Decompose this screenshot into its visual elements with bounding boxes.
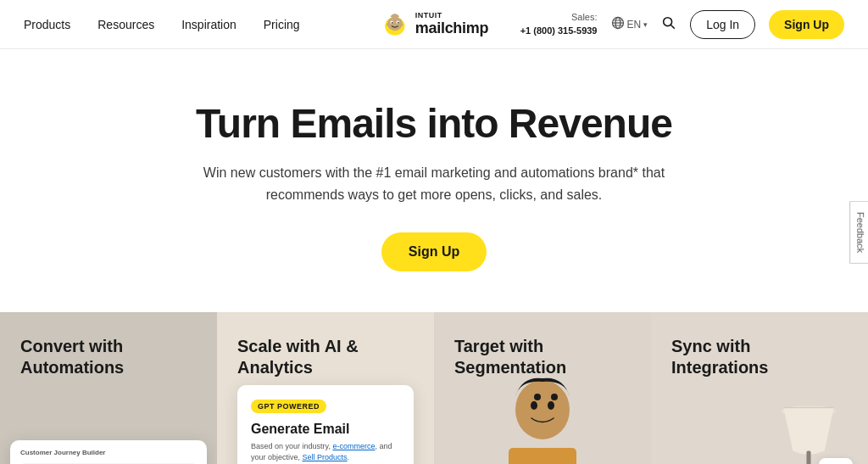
segmentation-dots [520, 380, 588, 448]
svg-point-6 [387, 23, 391, 26]
sales-number: +1 (800) 315-5939 [520, 25, 598, 36]
svg-point-5 [398, 21, 399, 23]
language-selector[interactable]: EN ▾ [611, 16, 648, 32]
lamp-shape [775, 397, 843, 464]
navbar: Products Resources Inspiration Pricing I… [0, 0, 868, 49]
hero-headline: Turn Emails into Revenue [17, 100, 851, 147]
sales-info: Sales: +1 (800) 315-5939 [520, 11, 598, 37]
nav-right: Sales: +1 (800) 315-5939 EN ▾ Log [520, 10, 844, 39]
logo-mailchimp: mailchimp [415, 20, 488, 37]
chevron-down-icon: ▾ [643, 20, 648, 29]
svg-rect-23 [806, 451, 810, 464]
shopify-badge: S [819, 458, 853, 464]
svg-point-7 [398, 23, 403, 26]
mailchimp-logo-icon [380, 9, 410, 40]
feature-card-automations: Convert with Automations Customer Journe… [0, 312, 217, 464]
feedback-tab[interactable]: Feedback [849, 200, 868, 263]
nav-pricing[interactable]: Pricing [264, 18, 300, 31]
svg-line-15 [670, 25, 674, 28]
hero-signup-button[interactable]: Sign Up [381, 232, 487, 271]
feature-title-ai: Scale with AI & Analytics [237, 336, 407, 378]
hero-subtext: Win new customers with the #1 email mark… [197, 162, 671, 205]
email-gen-card: GPT POWERED Generate Email Based on your… [237, 385, 414, 464]
login-button[interactable]: Log In [690, 10, 755, 39]
svg-point-20 [534, 394, 541, 400]
sales-label: Sales: [571, 12, 598, 22]
logo-text: INTUIT mailchimp [415, 12, 488, 37]
svg-point-8 [392, 14, 398, 18]
search-icon[interactable] [661, 15, 676, 34]
signup-nav-button[interactable]: Sign Up [769, 10, 844, 39]
svg-point-21 [551, 394, 558, 400]
automations-mockup: Customer Journey Builder Customer abando… [10, 440, 207, 464]
mockup-title: Customer Journey Builder [20, 449, 197, 456]
lang-label: EN [627, 19, 642, 31]
nav-resources[interactable]: Resources [97, 18, 154, 31]
nav-left: Products Resources Inspiration Pricing [24, 18, 300, 31]
email-gen-title: Generate Email [251, 422, 400, 437]
feature-card-ai: Scale with AI & Analytics GPT POWERED Ge… [217, 312, 434, 464]
email-gen-desc: Based on your industry, e-commerce, and … [251, 441, 400, 462]
globe-icon [611, 16, 625, 32]
hero-section: Turn Emails into Revenue Win new custome… [0, 49, 868, 312]
features-section: Convert with Automations Customer Journe… [0, 312, 868, 464]
gpt-badge: GPT POWERED [251, 400, 326, 413]
feature-title-automations: Convert with Automations [20, 336, 156, 378]
feature-card-segmentation: Target with Segmentation [434, 312, 651, 464]
logo-container[interactable]: INTUIT mailchimp [380, 9, 488, 40]
svg-rect-19 [509, 448, 576, 464]
svg-point-4 [392, 21, 393, 23]
nav-inspiration[interactable]: Inspiration [181, 18, 236, 31]
feature-title-integrations: Sync with Integrations [671, 336, 841, 378]
nav-products[interactable]: Products [24, 18, 70, 31]
feature-card-integrations: Sync with Integrations S [651, 312, 868, 464]
